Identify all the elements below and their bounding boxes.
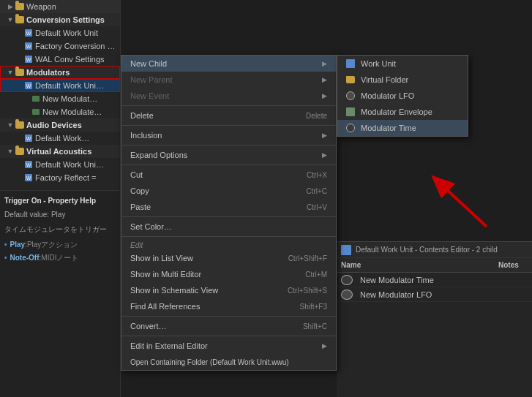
- ctx-new-child-label: New Child: [130, 59, 167, 68]
- ctx-show-multi[interactable]: Show in Multi Editor Ctrl+M: [121, 266, 336, 282]
- tree-item-virtual-acoustics[interactable]: ▼ Virtual Acoustics: [0, 145, 120, 158]
- ctx-show-list[interactable]: Show in List View Ctrl+Shift+F: [121, 250, 336, 266]
- contents-row-2[interactable]: New Modulator LFO: [337, 287, 532, 302]
- ctx-edit-external[interactable]: Edit in External Editor: [121, 338, 336, 354]
- wu-icon-audio: W: [23, 133, 34, 143]
- factory-conv-label: Factory Conversion Settings: [35, 42, 120, 50]
- audio-wu-label: Default Work…: [35, 134, 89, 143]
- col-notes-header: Notes: [495, 261, 532, 269]
- submenu-virtual-folder[interactable]: Virtual Folder: [337, 72, 468, 88]
- mod-wu-label: Default Work Uni…: [35, 81, 104, 90]
- ctx-show-list-shortcut: Ctrl+Shift+F: [288, 254, 327, 262]
- ctx-inclusion[interactable]: Inclusion: [121, 127, 336, 143]
- lfo-sub-icon: [345, 90, 356, 102]
- sep6: [121, 236, 336, 237]
- conversion-settings-label: Conversion Settings: [26, 15, 105, 24]
- submenu-mod-time[interactable]: Modulator Time: [337, 120, 468, 136]
- tree-item-modulators[interactable]: ▼ Modulators: [0, 66, 120, 79]
- ctx-convert[interactable]: Convert… Shift+C: [121, 318, 336, 334]
- ctx-set-color[interactable]: Set Color…: [121, 219, 336, 235]
- ctx-new-event[interactable]: New Event: [121, 88, 336, 104]
- ctx-copy[interactable]: Copy Ctrl+C: [121, 183, 336, 199]
- submenu-vf-label: Virtual Folder: [361, 75, 408, 84]
- tree-item-factory-reflect[interactable]: W Factory Reflect =: [0, 171, 120, 184]
- bullet-note-off: • Note-Off : MIDIノート: [4, 252, 116, 263]
- tree-item-factory-conv[interactable]: W Factory Conversion Settings: [0, 39, 120, 53]
- virtual-acoustics-label: Virtual Acoustics: [26, 147, 91, 156]
- ctx-find-refs[interactable]: Find All References Shift+F3: [121, 298, 336, 314]
- folder-sub-icon: [345, 74, 356, 86]
- ctx-open-folder[interactable]: Open Containing Folder (Default Work Uni…: [121, 354, 336, 370]
- ctx-new-parent[interactable]: New Parent: [121, 72, 336, 88]
- contents-table-header: Name Notes: [337, 258, 532, 273]
- env-sub-icon: [345, 106, 356, 118]
- weapon-label: Weapon: [26, 2, 56, 11]
- sep4: [121, 165, 336, 165]
- col-name-header: Name: [337, 261, 495, 269]
- wu-icon-factory-reflect: W: [23, 173, 34, 183]
- submenu-mod-envelope[interactable]: Modulator Envelope: [337, 104, 468, 120]
- sep3: [121, 145, 336, 145]
- ctx-delete-label: Delete: [130, 111, 154, 120]
- expand-va: ▼: [6, 147, 15, 156]
- contents-title: Default Work Unit - Contents Editor - 2 …: [356, 246, 498, 254]
- ctx-paste-label: Paste: [130, 203, 151, 211]
- ctx-show-list-label: Show in List View: [130, 254, 193, 262]
- contents-header: Default Work Unit - Contents Editor - 2 …: [337, 242, 532, 258]
- contents-row-1[interactable]: New Modulator Time: [337, 273, 532, 287]
- tree-item-default-wu[interactable]: W Default Work Unit: [0, 26, 120, 39]
- tree-item-weapon[interactable]: ▶ Weapon: [0, 0, 120, 13]
- wal-conv-label: WAL Conv Settings: [35, 55, 105, 64]
- contents-icon: [341, 245, 351, 255]
- time-sub-icon: [345, 122, 356, 134]
- wu-sub-icon: [345, 58, 356, 69]
- ctx-show-multi-label: Show in Multi Editor: [130, 270, 201, 279]
- tree-item-audio-devices[interactable]: ▼ Audio Devices: [0, 118, 120, 132]
- submenu-env-label: Modulator Envelope: [361, 107, 432, 116]
- ctx-find-refs-shortcut: Shift+F3: [299, 303, 327, 311]
- ctx-new-child[interactable]: New Child: [121, 56, 336, 72]
- contents-editor: Default Work Unit - Contents Editor - 2 …: [337, 241, 532, 397]
- ctx-convert-shortcut: Shift+C: [303, 322, 327, 330]
- ctx-edit-external-label: Edit in External Editor: [130, 341, 208, 350]
- default-label: Default value:: [4, 211, 49, 219]
- wu-icon: W: [23, 28, 34, 38]
- default-wu-label: Default Work Unit: [35, 29, 98, 37]
- ctx-paste-shortcut: Ctrl+V: [307, 203, 327, 211]
- tree-item-va-wu[interactable]: W Default Work Uni…: [0, 158, 120, 171]
- folder-icon-va: [15, 146, 25, 156]
- ctx-paste[interactable]: Paste Ctrl+V: [121, 199, 336, 215]
- ctx-new-event-label: New Event: [130, 91, 169, 100]
- ctx-cut[interactable]: Cut Ctrl+X: [121, 167, 336, 183]
- submenu-time-label: Modulator Time: [361, 124, 416, 132]
- ctx-show-schematic-label: Show in Schematic View: [130, 286, 218, 295]
- ctx-expand-options[interactable]: Expand Options: [121, 147, 336, 163]
- sep2: [121, 125, 336, 126]
- wu-icon-factory: W: [23, 41, 34, 51]
- tree-item-new-mod2[interactable]: New Modulate…: [0, 105, 120, 118]
- factory-reflect-label: Factory Reflect =: [35, 173, 96, 182]
- tree-item-audio-wu[interactable]: W Default Work…: [0, 132, 120, 145]
- expand-audio: ▼: [6, 121, 15, 129]
- small-icon-1: [31, 94, 41, 104]
- ctx-cut-label: Cut: [130, 170, 143, 179]
- wu-icon-mod: W: [23, 80, 34, 91]
- sep7: [121, 316, 336, 317]
- ctx-show-schematic-shortcut: Ctrl+Shift+S: [288, 287, 327, 295]
- ctx-show-schematic[interactable]: Show in Schematic View Ctrl+Shift+S: [121, 282, 336, 298]
- ctx-inclusion-label: Inclusion: [130, 131, 162, 140]
- tree-item-conversion-settings[interactable]: ▼ Conversion Settings: [0, 13, 120, 26]
- folder-icon-conv: [15, 15, 25, 25]
- red-arrow-indicator: [421, 146, 509, 234]
- tree-item-wal-conv[interactable]: W WAL Conv Settings: [0, 53, 120, 66]
- expand-weapon: ▶: [6, 2, 15, 11]
- row1-icon: [341, 275, 353, 285]
- tree-item-mod-wu[interactable]: W Default Work Uni…: [0, 79, 120, 92]
- description-text: タイムモジュレータをトリガー: [4, 224, 116, 235]
- tree-item-new-mod1[interactable]: New Modulat…: [0, 92, 120, 105]
- expand-mod: ▼: [6, 68, 15, 77]
- submenu-work-unit[interactable]: Work Unit: [337, 56, 468, 72]
- submenu-mod-lfo[interactable]: Modulator LFO: [337, 88, 468, 104]
- ctx-delete[interactable]: Delete Delete: [121, 107, 336, 124]
- folder-icon: [15, 1, 25, 12]
